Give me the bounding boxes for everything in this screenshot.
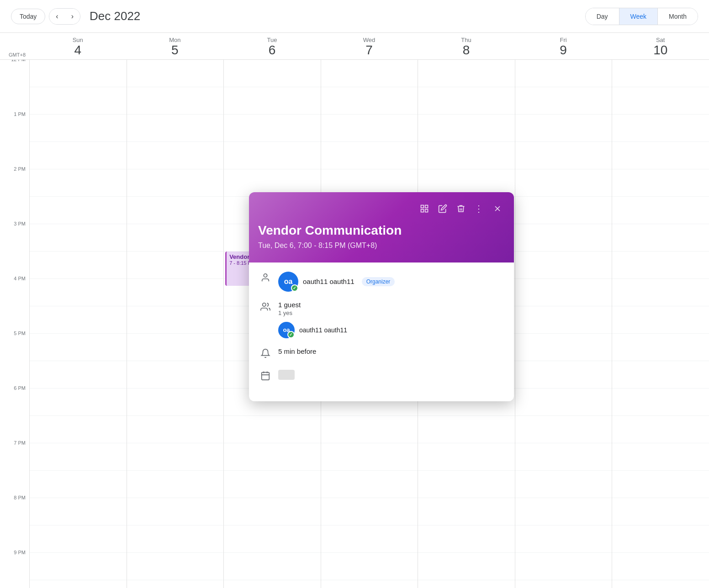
popup-body: oa oauth11 oauth11 Organizer 1 guest 1 y… [249,262,514,401]
calendar-icon [260,371,271,383]
guest-avatar: oa [278,322,295,338]
time-label-8pm: 8 PM [14,495,26,500]
time-label-5pm: 5 PM [14,331,26,336]
guest-item: oa oauth11 oauth11 [278,322,503,338]
time-label-12pm: 12 PM [11,60,26,62]
week-view-button[interactable]: Week [619,8,658,25]
svg-rect-1 [425,205,428,208]
edit-event-button[interactable] [435,201,450,216]
popup-header: ⋮ Vendor Communication Tue, Dec 6, 7:00 … [249,192,514,262]
organizer-name: oauth11 oauth11 [303,278,354,285]
day-header-fri: Fri 9 [515,33,612,59]
day-header-wed: Wed 7 [321,33,418,59]
reminder-content: 5 min before [278,347,503,355]
day-headers: GMT+8 Sun 4 Mon 5 Tue 6 Wed 7 Thu 8 Fri … [0,33,709,60]
day-col-sat [612,60,709,588]
calendar-color-content [278,370,503,380]
calendar-row [260,370,503,383]
reminder-text: 5 min before [278,347,316,355]
day-header-sun: Sun 4 [29,33,127,59]
calendar-container: GMT+8 Sun 4 Mon 5 Tue 6 Wed 7 Thu 8 Fri … [0,33,709,588]
day-col-fri [515,60,612,588]
guest-yes-count: 1 yes [278,310,503,316]
timezone-label: GMT+8 [0,33,29,59]
time-label-3pm: 3 PM [14,221,26,226]
open-event-button[interactable] [417,201,432,216]
organizer-badge: Organizer [362,277,395,286]
close-popup-button[interactable] [490,201,505,216]
organizer-avatar: oa [278,272,298,292]
person-icon [260,273,271,285]
popup-actions: ⋮ [258,201,505,216]
calendar-color-box [278,370,295,380]
guests-icon [260,302,271,314]
time-label-4pm: 4 PM [14,276,26,281]
svg-rect-2 [421,209,424,212]
guest-count: 1 guest [278,301,503,309]
month-view-button[interactable]: Month [657,8,698,25]
prev-button[interactable]: ‹ [49,9,64,24]
time-label-7pm: 7 PM [14,440,26,446]
month-title: Dec 2022 [90,9,140,23]
day-header-thu: Thu 8 [418,33,515,59]
guests-content: 1 guest 1 yes oa oauth11 oauth11 [278,301,503,338]
svg-point-7 [263,303,266,306]
guest-avatar-check [287,331,295,338]
delete-event-button[interactable] [454,201,468,216]
svg-rect-8 [262,372,270,380]
day-header-mon: Mon 5 [127,33,224,59]
time-label-2pm: 2 PM [14,166,26,172]
svg-rect-3 [425,209,428,212]
event-popup: ⋮ Vendor Communication Tue, Dec 6, 7:00 … [249,192,514,401]
day-header-sat: Sat 10 [612,33,709,59]
grid-body: 12 PM 1 PM 2 PM 3 PM 4 PM 5 PM 6 PM 7 PM… [0,60,709,588]
time-label-6pm: 6 PM [14,385,26,391]
day-col-mon [127,60,224,588]
time-label-1pm: 1 PM [14,111,26,117]
view-switcher: Day Week Month [585,8,698,25]
day-view-button[interactable]: Day [586,8,619,25]
svg-point-6 [264,274,267,277]
guest-name: oauth11 oauth11 [299,326,347,334]
popup-event-time: Tue, Dec 6, 7:00 - 8:15 PM (GMT+8) [258,242,505,250]
svg-rect-0 [421,205,424,208]
popup-event-title: Vendor Communication [258,223,505,238]
day-col-sun [29,60,127,588]
today-button[interactable]: Today [11,9,45,24]
reminder-row: 5 min before [260,347,503,361]
guests-row: 1 guest 1 yes oa oauth11 oauth11 [260,301,503,338]
avatar-check [291,284,298,292]
day-header-tue: Tue 6 [223,33,321,59]
nav-buttons: ‹ › [49,8,80,25]
organizer-row: oa oauth11 oauth11 Organizer [260,272,503,292]
bell-icon [260,348,271,361]
next-button[interactable]: › [65,9,80,24]
more-options-button[interactable]: ⋮ [472,201,487,216]
time-column: 12 PM 1 PM 2 PM 3 PM 4 PM 5 PM 6 PM 7 PM… [0,60,29,588]
organizer-content: oa oauth11 oauth11 Organizer [278,272,503,292]
time-label-9pm: 9 PM [14,550,26,555]
